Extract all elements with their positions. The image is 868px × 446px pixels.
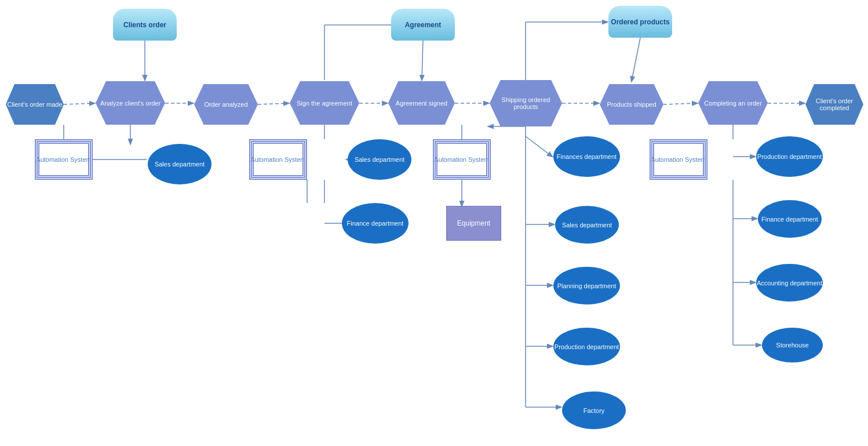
svg-line-0	[64, 103, 94, 104]
svg-line-9	[422, 41, 423, 80]
sales-dept-2-node: Sales department	[348, 139, 411, 180]
finance-dept-1-node: Finance department	[342, 203, 409, 244]
agreement-signed-node: Agreement signed	[388, 81, 455, 125]
planning-dept-node: Planning department	[553, 267, 620, 304]
finance-dept-2-node: Finance department	[758, 200, 822, 238]
diagram: Client's order made Clients order Analyz…	[0, 0, 868, 446]
products-shipped-node: Products shipped	[600, 84, 663, 125]
sales-dept-3-node: Sales department	[555, 206, 619, 244]
agreement-doc-node: Agreement	[391, 9, 455, 41]
factory-node: Factory	[562, 391, 626, 429]
auto-sys-2-node: Automation System	[249, 139, 307, 180]
production-dept-1-node: Production department	[553, 328, 620, 365]
equipment-node: Equipment	[446, 206, 501, 241]
production-dept-2-node: Production department	[756, 136, 823, 177]
clients-order-doc-node: Clients order	[113, 9, 177, 41]
svg-line-6	[663, 103, 697, 104]
auto-sys-1-node: Automation System	[35, 139, 93, 180]
auto-sys-3-node: Automation System	[433, 139, 491, 180]
analyze-clients-order-node: Analyze client's order	[96, 81, 165, 125]
clients-order-completed-node: Client's order completed	[805, 84, 863, 125]
svg-line-2	[258, 103, 289, 104]
sales-dept-1-node: Sales department	[148, 144, 211, 184]
clients-order-made-node: Client's order made	[6, 84, 64, 125]
arrows-svg	[0, 0, 868, 446]
svg-line-26	[526, 136, 552, 157]
auto-sys-4-node: Automation System	[650, 139, 707, 180]
ordered-products-doc-node: Ordered products	[608, 6, 672, 38]
finances-dept-node: Finances department	[553, 136, 620, 177]
shipping-ordered-node: Shipping ordered products	[490, 80, 562, 126]
order-analyzed-node: Order analyzed	[194, 84, 258, 125]
storehouse-node: Storehouse	[762, 328, 823, 362]
completing-order-node: Completing an order	[698, 81, 768, 125]
sign-agreement-node: Sign the agreement	[290, 81, 359, 125]
svg-line-12	[632, 38, 640, 81]
accounting-dept-node: Accounting department	[756, 264, 823, 302]
